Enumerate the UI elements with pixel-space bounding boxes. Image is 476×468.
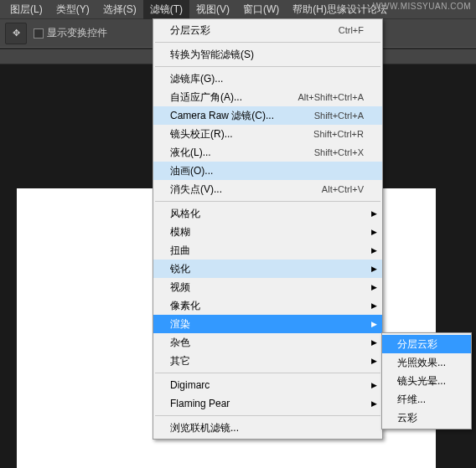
- menu-item[interactable]: 油画(O)...: [153, 162, 382, 180]
- menu-item-label: 液化(L)...: [170, 146, 211, 159]
- menu-type[interactable]: 类型(Y): [49, 0, 96, 19]
- menu-item[interactable]: 渲染▶: [153, 315, 382, 333]
- menu-item-label: Digimarc: [170, 378, 210, 392]
- menu-item-label: 模糊: [170, 225, 190, 239]
- menu-item-label: 消失点(V)...: [170, 183, 222, 196]
- submenu-arrow-icon: ▶: [371, 225, 377, 239]
- menu-shortcut: Shift+Ctrl+A: [314, 109, 364, 122]
- submenu-arrow-icon: ▶: [371, 207, 377, 220]
- submenu-item[interactable]: 云彩: [382, 409, 471, 427]
- tool-button[interactable]: ✥: [5, 23, 27, 44]
- submenu-arrow-icon: ▶: [371, 262, 377, 275]
- submenu-arrow-icon: ▶: [371, 378, 377, 392]
- menu-item-label: 像素化: [170, 299, 200, 312]
- menu-item[interactable]: 消失点(V)...Alt+Ctrl+V: [153, 180, 382, 198]
- menu-item-label: 其它: [170, 354, 190, 368]
- menu-item-label: 锐化: [170, 262, 190, 275]
- menubar: 图层(L) 类型(Y) 选择(S) 滤镜(T) 视图(V) 窗口(W) 帮助(H…: [0, 0, 476, 18]
- menu-item[interactable]: 自适应广角(A)...Alt+Shift+Ctrl+A: [153, 88, 382, 106]
- menu-item[interactable]: 滤镜库(G)...: [153, 69, 382, 88]
- menu-item[interactable]: 液化(L)...Shift+Ctrl+X: [153, 143, 382, 162]
- menu-separator: [155, 415, 380, 416]
- submenu-item[interactable]: 光照效果...: [382, 353, 471, 372]
- checkbox-label: 显示变换控件: [47, 26, 107, 40]
- submenu-arrow-icon: ▶: [371, 299, 377, 312]
- menu-item-label: 扭曲: [170, 244, 190, 257]
- menu-item[interactable]: 其它▶: [153, 352, 382, 370]
- submenu-arrow-icon: ▶: [371, 317, 377, 331]
- submenu-arrow-icon: ▶: [371, 397, 377, 410]
- menu-item[interactable]: 扭曲▶: [153, 241, 382, 260]
- menu-item-label: Flaming Pear: [170, 397, 230, 410]
- submenu-item[interactable]: 分层云彩: [382, 335, 471, 353]
- menu-item-label: 自适应广角(A)...: [170, 90, 242, 104]
- menu-item-label: 浏览联机滤镜...: [170, 421, 239, 435]
- menu-item[interactable]: 视频▶: [153, 278, 382, 296]
- menu-shortcut: Shift+Ctrl+X: [314, 146, 364, 159]
- menu-item[interactable]: Camera Raw 滤镜(C)...Shift+Ctrl+A: [153, 106, 382, 125]
- filter-menu: 分层云彩Ctrl+F转换为智能滤镜(S)滤镜库(G)...自适应广角(A)...…: [153, 18, 383, 440]
- menu-item[interactable]: 杂色▶: [153, 333, 382, 352]
- render-submenu: 分层云彩光照效果...镜头光晕...纤维...云彩: [381, 332, 472, 429]
- menu-shortcut: Alt+Shift+Ctrl+A: [298, 90, 364, 104]
- menu-item[interactable]: Flaming Pear▶: [153, 394, 382, 413]
- menu-item[interactable]: 风格化▶: [153, 204, 382, 223]
- show-transform-checkbox[interactable]: [34, 28, 44, 39]
- menu-shortcut: Ctrl+F: [339, 23, 364, 37]
- submenu-item[interactable]: 纤维...: [382, 390, 471, 409]
- submenu-arrow-icon: ▶: [371, 336, 377, 349]
- menu-view[interactable]: 视图(V): [189, 0, 236, 19]
- menu-filter[interactable]: 滤镜(T): [143, 0, 189, 19]
- menu-item[interactable]: Digimarc▶: [153, 376, 382, 394]
- menu-item-label: 镜头校正(R)...: [170, 127, 233, 141]
- menu-select[interactable]: 选择(S): [96, 0, 143, 19]
- menu-item-label: 油画(O)...: [170, 164, 213, 177]
- menu-separator: [155, 373, 380, 373]
- submenu-arrow-icon: ▶: [371, 280, 377, 294]
- watermark: WWW.MISSYUAN.COM: [373, 2, 471, 11]
- menu-item-label: 视频: [170, 280, 190, 294]
- menu-item-label: 风格化: [170, 207, 200, 220]
- menu-item[interactable]: 镜头校正(R)...Shift+Ctrl+R: [153, 125, 382, 143]
- menu-item-label: 转换为智能滤镜(S): [170, 48, 254, 61]
- submenu-arrow-icon: ▶: [371, 244, 377, 257]
- menu-item-label: 渲染: [170, 317, 190, 331]
- menu-item[interactable]: 浏览联机滤镜...: [153, 419, 382, 437]
- menu-item[interactable]: 锐化▶: [153, 260, 382, 278]
- menu-shortcut: Alt+Ctrl+V: [322, 183, 364, 196]
- menu-item-label: 分层云彩: [170, 23, 210, 37]
- menu-item[interactable]: 转换为智能滤镜(S): [153, 45, 382, 64]
- menu-layer[interactable]: 图层(L): [3, 0, 49, 19]
- menu-shortcut: Shift+Ctrl+R: [313, 127, 364, 141]
- submenu-item[interactable]: 镜头光晕...: [382, 372, 471, 390]
- menu-separator: [155, 42, 380, 43]
- menu-separator: [155, 201, 380, 202]
- menu-item[interactable]: 分层云彩Ctrl+F: [153, 21, 382, 39]
- menu-separator: [155, 66, 380, 67]
- menu-item[interactable]: 模糊▶: [153, 223, 382, 241]
- menu-item-label: Camera Raw 滤镜(C)...: [170, 109, 274, 122]
- menu-item[interactable]: 像素化▶: [153, 296, 382, 315]
- menu-item-label: 滤镜库(G)...: [170, 72, 223, 85]
- submenu-arrow-icon: ▶: [371, 354, 377, 368]
- menu-window[interactable]: 窗口(W): [236, 0, 286, 19]
- menu-item-label: 杂色: [170, 336, 190, 349]
